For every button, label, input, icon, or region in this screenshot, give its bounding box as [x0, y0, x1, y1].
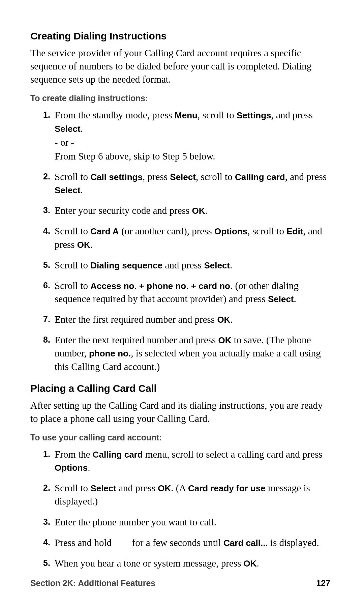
- footer-section-label: Section 2K: Additional Features: [30, 578, 155, 588]
- section-heading: Creating Dialing Instructions: [30, 30, 330, 42]
- bold-term: Select: [55, 124, 81, 134]
- step-number: 5.: [43, 259, 50, 271]
- bold-term: Dialing sequence: [90, 260, 162, 270]
- list-item: 4.Scroll to Card A (or another card), pr…: [43, 225, 330, 251]
- list-item: 3.Enter the phone number you want to cal…: [43, 516, 330, 529]
- step-text: , scroll to: [198, 110, 237, 120]
- bold-term: Select: [90, 483, 116, 493]
- step-text: Scroll to: [55, 171, 90, 182]
- bold-term: Card A: [90, 226, 119, 236]
- bold-term: Options: [214, 226, 247, 236]
- step-text: Press and hold: [55, 537, 114, 548]
- bold-term: OK: [244, 558, 257, 569]
- step-text: .: [90, 239, 93, 250]
- step-text: for a few seconds until: [129, 537, 223, 548]
- bold-term: Select: [55, 185, 81, 195]
- bold-term: Menu: [175, 110, 198, 120]
- list-item: 4.Press and hold for a few seconds until…: [43, 536, 330, 549]
- list-item: 5.When you hear a tone or system message…: [43, 557, 330, 570]
- bold-term: OK: [192, 206, 205, 216]
- step-text: .: [257, 558, 259, 569]
- bold-term: Card call...: [223, 538, 268, 548]
- step-text: Enter the phone number you want to call.: [55, 517, 216, 527]
- bold-term: phone no.: [89, 348, 131, 358]
- steps-list: 1.From the standby mode, press Menu, scr…: [30, 109, 330, 373]
- list-item: 1.From the standby mode, press Menu, scr…: [43, 109, 330, 163]
- page-footer: Section 2K: Additional Features 127: [30, 578, 330, 588]
- section-subhead: To use your calling card account:: [30, 433, 330, 442]
- list-item: 2.Scroll to Call settings, press Select,…: [43, 170, 330, 197]
- section-subhead: To create dialing instructions:: [30, 93, 330, 103]
- step-text: Enter the next required number and press: [55, 335, 218, 345]
- document-page: Creating Dialing Instructions The servic…: [0, 0, 364, 607]
- step-text: and press: [162, 260, 204, 270]
- step-number: 3.: [43, 204, 50, 217]
- bold-term: Select: [170, 172, 196, 182]
- bold-term: Calling card: [93, 450, 143, 460]
- step-number: 2.: [43, 170, 50, 183]
- step-text: . (A: [171, 483, 188, 493]
- list-item: 6.Scroll to Access no. + phone no. + car…: [43, 279, 330, 306]
- step-text: Enter the first required number and pres…: [55, 314, 217, 325]
- step-text: Enter your security code and press: [55, 205, 192, 216]
- step-text: menu, scroll to select a calling card an…: [143, 449, 323, 460]
- list-item: 7.Enter the first required number and pr…: [43, 313, 330, 326]
- step-text: , and press: [285, 171, 327, 182]
- step-text: .: [294, 293, 296, 304]
- step-text: Scroll to: [55, 226, 90, 236]
- list-item: 8.Enter the next required number and pre…: [43, 334, 330, 373]
- bold-term: Select: [268, 294, 294, 304]
- step-text: From the standby mode, press: [55, 110, 175, 120]
- step-text: When you hear a tone or system message, …: [55, 558, 244, 569]
- step-text: From the: [55, 449, 93, 460]
- step-number: 1.: [43, 109, 50, 121]
- bold-term: OK: [77, 240, 90, 250]
- step-text: and press: [116, 483, 158, 493]
- step-text: , scroll to: [196, 171, 235, 182]
- bold-term: Options: [55, 463, 88, 473]
- bold-term: Call settings: [90, 172, 143, 182]
- section-intro: The service provider of your Calling Car…: [30, 47, 330, 86]
- step-number: 7.: [43, 313, 50, 326]
- step-number: 1.: [43, 448, 50, 461]
- step-number: 8.: [43, 334, 50, 346]
- step-text: Scroll to: [55, 483, 90, 493]
- step-text: Scroll to: [55, 260, 90, 270]
- list-item: 5.Scroll to Dialing sequence and press S…: [43, 259, 330, 272]
- step-number: 4.: [43, 225, 50, 237]
- bold-term: Select: [204, 260, 230, 270]
- section-intro: After setting up the Calling Card and it…: [30, 399, 330, 425]
- step-text: , and press: [271, 110, 312, 120]
- step-text: is displayed.: [268, 537, 319, 548]
- step-text: , scroll to: [247, 226, 286, 236]
- section-heading: Placing a Calling Card Call: [30, 383, 330, 394]
- bold-term: Card ready for use: [188, 483, 266, 493]
- step-text: .: [81, 184, 83, 195]
- step-text: From Step 6 above, skip to Step 5 below.: [55, 151, 215, 162]
- step-number: 3.: [43, 516, 50, 528]
- list-item: 2.Scroll to Select and press OK. (A Card…: [43, 482, 330, 508]
- step-text: .: [88, 462, 90, 473]
- step-text: .: [230, 260, 232, 270]
- bold-term: OK: [158, 483, 171, 493]
- steps-list: 1.From the Calling card menu, scroll to …: [30, 448, 330, 570]
- bold-term: Edit: [286, 226, 303, 236]
- step-text: .: [81, 123, 83, 134]
- step-number: 5.: [43, 557, 50, 570]
- bold-term: OK: [218, 335, 232, 345]
- bold-term: Settings: [237, 110, 271, 120]
- list-item: 3.Enter your security code and press OK.: [43, 204, 330, 217]
- step-text: - or -: [55, 137, 74, 148]
- step-text: Scroll to: [55, 280, 90, 291]
- step-text: .: [205, 205, 207, 216]
- step-number: 2.: [43, 482, 50, 494]
- list-item: 1.From the Calling card menu, scroll to …: [43, 448, 330, 474]
- step-number: 6.: [43, 279, 50, 292]
- step-number: 4.: [43, 536, 50, 549]
- bold-term: Calling card: [235, 172, 285, 182]
- step-text: .: [230, 314, 233, 325]
- bold-term: Access no. + phone no. + card no.: [90, 281, 233, 291]
- step-text: , press: [143, 171, 170, 182]
- step-text: (or another card), press: [119, 226, 214, 236]
- page-number: 127: [316, 578, 330, 588]
